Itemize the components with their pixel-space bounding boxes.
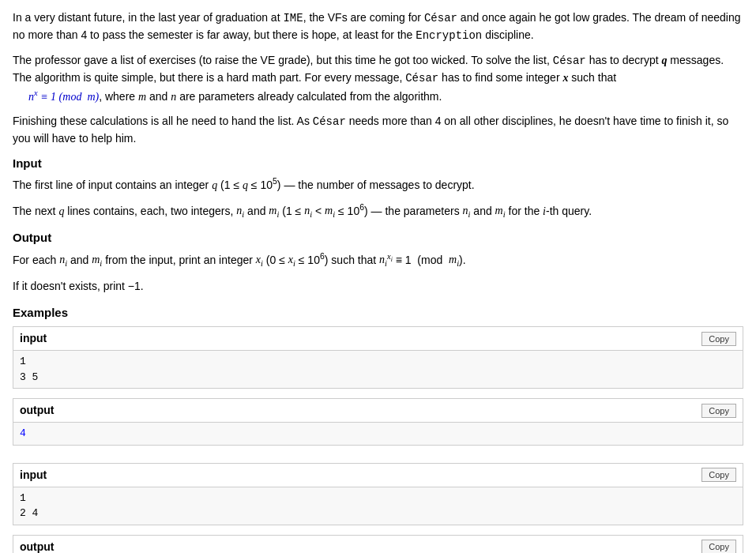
input-section-title: Input bbox=[13, 155, 743, 173]
example2-input-line1: 1 bbox=[20, 491, 736, 506]
output-section-title: Output bbox=[13, 229, 743, 247]
example1-input-line1: 1 bbox=[20, 354, 736, 370]
intro-paragraph1: In a very distant future, in the last ye… bbox=[13, 9, 743, 44]
example1-output-body: 4 bbox=[13, 423, 743, 445]
input-line2: The next q lines contains, each, two int… bbox=[13, 201, 743, 221]
example2-input-copy-button[interactable]: Copy bbox=[701, 468, 736, 482]
example1-output-block: output Copy 4 bbox=[13, 398, 743, 446]
example1-input-line2: 3 5 bbox=[20, 370, 736, 386]
example1-input-label: input bbox=[20, 330, 47, 347]
example1-input-header: input Copy bbox=[13, 327, 743, 351]
example2-output-block: output Copy -1 bbox=[13, 535, 743, 553]
example1-output-line1: 4 bbox=[20, 426, 736, 442]
example2-input-header: input Copy bbox=[13, 464, 743, 487]
example1-output-copy-button[interactable]: Copy bbox=[701, 404, 736, 418]
example1-output-label: output bbox=[20, 402, 55, 419]
examples-title: Examples bbox=[13, 304, 743, 322]
example2-output-copy-button[interactable]: Copy bbox=[701, 540, 736, 553]
example1-input-block: input Copy 1 3 5 bbox=[13, 326, 743, 389]
example2-output-label: output bbox=[20, 539, 55, 553]
intro-paragraph2: The professor gave a list of exercises (… bbox=[13, 52, 743, 105]
input-line1: The first line of input contains an inte… bbox=[13, 175, 743, 194]
output-line2: If it doesn't exists, print −1. bbox=[13, 278, 743, 295]
output-line1: For each ni and mi from the input, print… bbox=[13, 250, 743, 270]
example1-input-body: 1 3 5 bbox=[13, 351, 743, 388]
example2-input-line2: 2 4 bbox=[20, 506, 736, 521]
intro-paragraph3: Finishing these calculations is all he n… bbox=[13, 113, 743, 147]
example2-output-header: output Copy bbox=[13, 536, 743, 553]
example1-output-header: output Copy bbox=[13, 399, 743, 423]
example2-input-block: input Copy 1 2 4 bbox=[13, 463, 743, 525]
example2-input-body: 1 2 4 bbox=[13, 487, 743, 525]
example1-input-copy-button[interactable]: Copy bbox=[701, 332, 736, 346]
example2-input-label: input bbox=[20, 467, 47, 483]
